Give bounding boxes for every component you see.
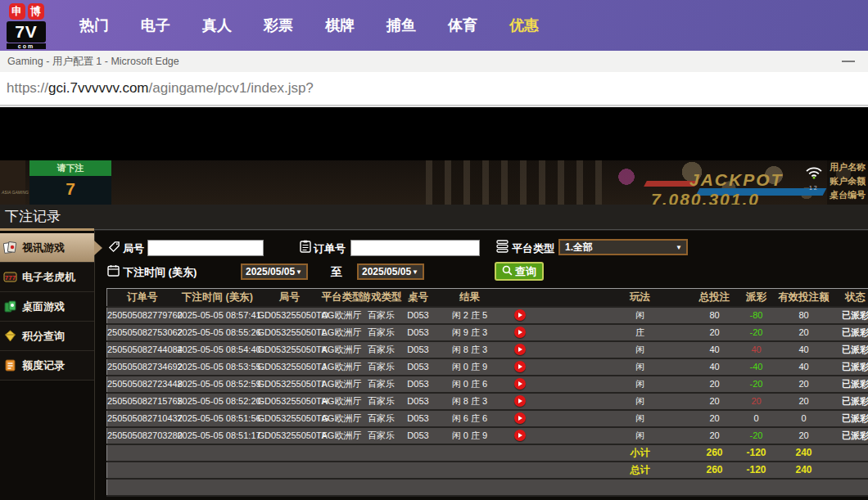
sidebar-item-video-games[interactable]: 视讯游戏	[0, 233, 94, 263]
platform-type-select[interactable]: 1.全部 ▼	[558, 239, 688, 255]
cell-order: 250505082710437	[107, 410, 178, 427]
table-row: 250505082703280 2025-05-05 08:51:17 GD05…	[107, 427, 868, 444]
cell-time: 2025-05-05 08:54:40	[178, 341, 258, 358]
nav-item-slots[interactable]: 电子	[139, 16, 172, 35]
subtotal-label: 小计	[587, 444, 694, 462]
cell-time: 2025-05-05 08:52:59	[178, 376, 258, 393]
cell-status: 已派彩	[831, 427, 868, 444]
minimize-button[interactable]	[842, 61, 855, 62]
chevron-down-icon: ▼	[296, 268, 306, 276]
total-label: 总计	[587, 462, 694, 479]
cell-payout: 40	[736, 341, 777, 358]
cell-platform: AG欧洲厅	[322, 393, 361, 410]
cell-order: 250505082703280	[107, 427, 178, 444]
cell-play-type: 闲	[587, 393, 694, 410]
cell-total-bet: 40	[694, 341, 736, 358]
sidebar-item-slot-machine[interactable]: 777 电子老虎机	[0, 263, 94, 292]
cell-result: 闲 6 庄 6	[435, 410, 505, 427]
replay-play-icon[interactable]	[514, 412, 526, 424]
search-icon	[502, 265, 513, 278]
platform-type-icon	[496, 240, 509, 256]
table-row: 250505082710437 2025-05-05 08:51:56 GD05…	[107, 410, 868, 427]
url-text[interactable]: https://gci.7vvvvvv.com/agingame/pcv1/in…	[7, 72, 314, 105]
sidebar-item-label: 积分查询	[22, 329, 65, 344]
cell-payout: -80	[736, 307, 777, 324]
cell-game: 百家乐	[361, 427, 402, 444]
cell-status: 已派彩	[831, 376, 868, 393]
sidebar-item-table-games[interactable]: 桌面游戏	[0, 292, 94, 322]
cell-order: 250505082779760	[107, 307, 178, 324]
replay-play-icon[interactable]	[514, 309, 526, 321]
page-title-bar: 下注记录	[0, 205, 868, 231]
cell-round: GD053255050TL	[258, 324, 322, 341]
replay-play-icon[interactable]	[514, 395, 526, 407]
bet-records-table: 订单号 下注时间 (美东) 局号 平台类型 游戏类型 桌号 结果 玩法 总投注 …	[106, 288, 868, 497]
cell-replay	[505, 324, 535, 341]
nav-item-hot[interactable]: 热门	[78, 16, 111, 35]
cell-total-bet: 20	[694, 427, 736, 444]
cell-table-no: D053	[402, 376, 435, 393]
sidebar-item-points-query[interactable]: 积分查询	[0, 322, 94, 351]
col-bet-time: 下注时间 (美东)	[178, 289, 258, 307]
cell-platform: AG欧洲厅	[322, 376, 361, 393]
curtain-backdrop	[426, 160, 602, 205]
date-from-select[interactable]: 2025/05/05 ▼	[241, 264, 308, 280]
sidebar-item-label: 桌面游戏	[22, 300, 65, 314]
search-button[interactable]: 查询	[495, 262, 544, 281]
black-strip	[0, 107, 868, 160]
account-panel: 用户名称 账户余额 桌台编号	[827, 160, 868, 205]
table-row: 250505082753062 2025-05-05 08:55:26 GD05…	[107, 324, 868, 341]
total-bet: 260	[694, 462, 736, 479]
table-header-row: 订单号 下注时间 (美东) 局号 平台类型 游戏类型 桌号 结果 玩法 总投注 …	[107, 289, 868, 307]
clipboard-icon	[300, 240, 311, 256]
address-bar[interactable]: https://gci.7vvvvvv.com/agingame/pcv1/in…	[0, 72, 868, 106]
cell-payout: -20	[736, 324, 777, 341]
logo-7v-text: 7V	[7, 21, 46, 43]
seat-numbers: 1 2	[809, 183, 817, 192]
platform-type-label: 平台类型	[512, 241, 554, 256]
cell-replay	[505, 410, 535, 427]
replay-play-icon[interactable]	[514, 344, 526, 355]
cell-table-no: D053	[402, 358, 435, 376]
site-logo[interactable]: 申 博 7V com	[7, 3, 46, 49]
round-number-input[interactable]	[147, 240, 264, 256]
date-to-select[interactable]: 2025/05/05 ▼	[357, 264, 424, 280]
nav-item-lottery[interactable]: 彩票	[262, 16, 295, 35]
divider-line	[94, 229, 868, 230]
nav-item-sports[interactable]: 体育	[446, 16, 479, 35]
order-number-input[interactable]	[350, 240, 480, 256]
cell-result: 闲 8 庄 3	[435, 393, 505, 410]
bet-time-label: 下注时间 (美东)	[123, 265, 197, 280]
replay-play-icon[interactable]	[514, 430, 526, 441]
content-pane: 局号 订单号 平台类型 1.全部 ▼ 下注时间 (美东) 2025/05/05 …	[95, 231, 868, 500]
cell-order: 250505082753062	[107, 324, 178, 341]
account-balance-label: 账户余额	[827, 174, 868, 188]
asia-gaming-brand: ASIA GAMING	[2, 190, 29, 195]
site-nav: 申 博 7V com 热门 电子 真人 彩票 棋牌 捕鱼 体育 优惠	[0, 0, 868, 51]
cell-time: 2025-05-05 08:55:26	[178, 324, 258, 341]
cell-round: GD053255050TH	[258, 393, 322, 410]
cell-game: 百家乐	[361, 376, 402, 393]
cell-replay	[505, 376, 535, 393]
cell-table-no: D053	[402, 427, 435, 444]
cell-result: 闲 0 庄 6	[435, 376, 505, 393]
cell-round: GD053255050TG	[258, 410, 322, 427]
total-valid: 240	[777, 462, 831, 479]
cell-play-type: 闲	[587, 341, 694, 358]
nav-item-fishing[interactable]: 捕鱼	[385, 16, 418, 35]
replay-play-icon[interactable]	[514, 378, 526, 390]
cell-platform: AG欧洲厅	[322, 410, 361, 427]
cell-platform: AG欧洲厅	[322, 324, 361, 341]
sidebar-item-label: 视讯游戏	[22, 241, 65, 255]
replay-play-icon[interactable]	[514, 327, 526, 338]
nav-item-live[interactable]: 真人	[201, 16, 233, 35]
replay-play-icon[interactable]	[514, 361, 526, 372]
sidebar-item-quota-records[interactable]: 额度记录	[0, 351, 94, 381]
cell-payout: 20	[736, 393, 777, 410]
nav-item-chess[interactable]: 棋牌	[323, 16, 356, 35]
nav-item-promo[interactable]: 优惠	[508, 16, 540, 35]
url-scheme: https://	[7, 80, 48, 96]
jackpot-value: 7,080,301.0	[651, 190, 760, 205]
cell-valid-bet: 0	[777, 410, 831, 427]
cell-time: 2025-05-05 08:57:41	[178, 307, 258, 324]
